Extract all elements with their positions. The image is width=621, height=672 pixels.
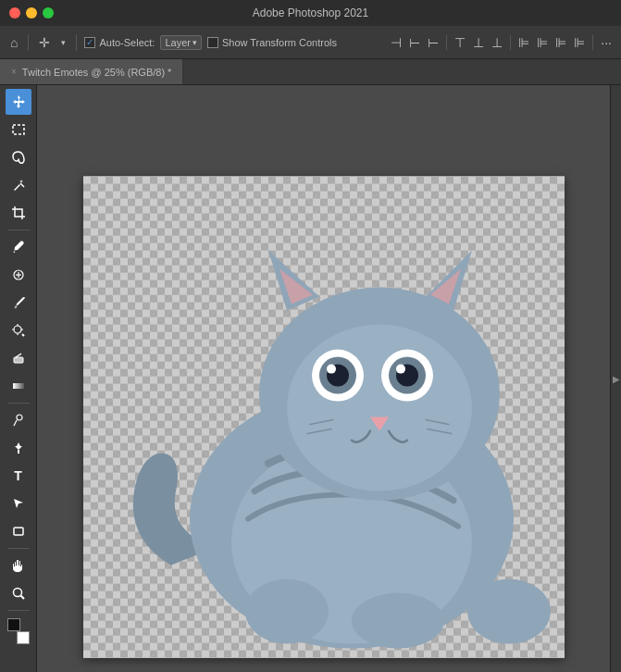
show-transform-group: Show Transform Controls — [207, 37, 337, 48]
eraser-btn[interactable] — [6, 345, 31, 371]
main-layout: T — [0, 85, 621, 672]
eyedropper-btn[interactable] — [6, 234, 31, 260]
background-color-swatch[interactable] — [17, 631, 30, 644]
align-right-icon[interactable]: ⊢ — [426, 33, 441, 52]
close-button[interactable] — [9, 7, 20, 19]
svg-rect-11 — [13, 383, 24, 389]
clone-stamp-btn[interactable] — [6, 317, 31, 343]
canvas-document — [83, 177, 565, 658]
minimize-button[interactable] — [26, 7, 37, 19]
more-options-icon[interactable]: ··· — [599, 33, 614, 52]
color-swatches — [6, 618, 31, 644]
svg-rect-10 — [14, 357, 23, 363]
svg-point-29 — [327, 365, 336, 374]
tab-title: Twitch Emotes @ 25% (RGB/8) * — [22, 67, 172, 78]
collapse-icon: ▶ — [611, 374, 621, 384]
svg-rect-14 — [18, 450, 19, 454]
magic-wand-btn[interactable] — [6, 172, 31, 198]
foreground-color-swatch[interactable] — [7, 618, 20, 631]
show-transform-checkbox[interactable] — [207, 37, 218, 48]
toolbar-separator-2 — [76, 34, 77, 51]
tool-separator-1 — [7, 230, 30, 230]
gradient-btn[interactable] — [6, 373, 31, 399]
tab-bar: × Twitch Emotes @ 25% (RGB/8) * — [0, 59, 621, 85]
right-panel-collapse-btn[interactable]: ▶ — [610, 85, 621, 672]
main-toolbar: ⌂ ✛ ▾ ✓ Auto-Select: Layer ▾ Show Transf… — [0, 26, 621, 59]
distribute-space-icon[interactable]: ⊫ — [572, 33, 587, 52]
layer-dropdown[interactable]: Layer ▾ — [160, 35, 202, 50]
pen-btn[interactable] — [6, 435, 31, 461]
auto-select-checkbox[interactable]: ✓ — [84, 37, 95, 48]
svg-point-25 — [287, 325, 472, 492]
app-title: Adobe Photoshop 2021 — [253, 6, 368, 19]
align-bottom-icon[interactable]: ⊥ — [490, 33, 504, 52]
lasso-btn[interactable] — [6, 144, 31, 170]
svg-rect-0 — [13, 125, 24, 134]
svg-line-13 — [14, 420, 17, 426]
align-middle-v-icon[interactable]: ⊥ — [471, 33, 486, 52]
align-top-icon[interactable]: ⊤ — [453, 33, 467, 52]
left-toolbar: T — [0, 85, 37, 672]
dodge-btn[interactable] — [6, 407, 31, 433]
hand-btn[interactable] — [6, 553, 31, 579]
healing-brush-btn[interactable] — [6, 262, 31, 288]
tool-separator-4 — [7, 610, 30, 611]
align-center-h-icon[interactable]: ⊢ — [407, 33, 422, 52]
layer-dropdown-arrow: ▾ — [193, 38, 197, 47]
more-sep — [592, 35, 593, 50]
tool-separator-3 — [7, 548, 30, 549]
align-sep-2 — [510, 35, 511, 50]
type-btn[interactable]: T — [6, 463, 31, 489]
canvas-container — [83, 177, 565, 658]
shape-btn[interactable] — [6, 518, 31, 544]
distribute-center-icon[interactable]: ⊫ — [535, 33, 550, 52]
cat-illustration — [83, 177, 565, 658]
traffic-lights — [9, 7, 54, 19]
title-bar: Adobe Photoshop 2021 — [0, 0, 621, 26]
tab-close-icon[interactable]: × — [11, 67, 17, 77]
maximize-button[interactable] — [43, 7, 54, 19]
svg-point-39 — [245, 579, 329, 644]
rect-select-btn[interactable] — [6, 117, 31, 143]
zoom-btn[interactable] — [6, 580, 31, 606]
svg-point-5 — [14, 326, 21, 333]
svg-line-1 — [20, 183, 24, 187]
crop-btn[interactable] — [6, 200, 31, 226]
svg-point-41 — [467, 579, 551, 644]
toolbar-align-group: ⊣ ⊢ ⊢ ⊤ ⊥ ⊥ ⊫ ⊫ ⊫ ⊫ ··· — [389, 33, 614, 52]
svg-point-12 — [17, 415, 22, 420]
move-tool-btn[interactable] — [6, 89, 31, 115]
path-selection-btn[interactable] — [6, 491, 31, 516]
svg-point-40 — [352, 593, 444, 649]
svg-line-17 — [20, 596, 24, 600]
svg-point-33 — [396, 365, 405, 374]
home-icon[interactable]: ⌂ — [7, 33, 20, 52]
tool-separator-2 — [7, 403, 30, 404]
move-tool-icon[interactable]: ✛ — [36, 33, 53, 52]
distribute-left-icon[interactable]: ⊫ — [516, 33, 531, 52]
layer-label: Layer — [165, 37, 191, 48]
show-transform-label: Show Transform Controls — [222, 37, 337, 48]
brush-btn[interactable] — [6, 290, 31, 316]
document-tab[interactable]: × Twitch Emotes @ 25% (RGB/8) * — [0, 59, 183, 84]
svg-point-16 — [13, 589, 21, 597]
toolbar-separator-1 — [28, 34, 29, 51]
move-tool-dropdown[interactable]: ▾ — [58, 36, 68, 49]
distribute-right-icon[interactable]: ⊫ — [553, 33, 568, 52]
align-left-icon[interactable]: ⊣ — [389, 33, 404, 52]
auto-select-group: ✓ Auto-Select: — [84, 37, 155, 48]
canvas-area — [37, 85, 610, 672]
svg-rect-15 — [14, 528, 23, 535]
auto-select-label: Auto-Select: — [99, 37, 155, 48]
align-sep — [446, 35, 447, 50]
